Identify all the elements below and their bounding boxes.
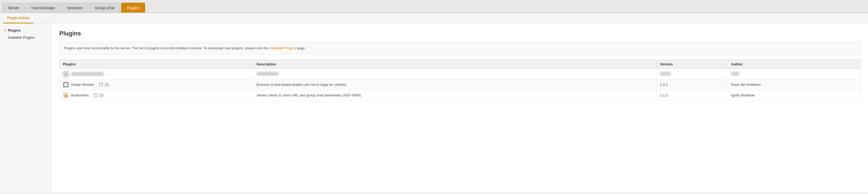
content-area: Plugins Plugins add new functionality to… — [52, 23, 868, 192]
col-header-description: Description — [253, 59, 656, 69]
plugin-actions — [98, 82, 110, 87]
main-layout: ► Plugins Available Plugins Plugins Plug… — [0, 23, 868, 192]
plugin-name: Bookmarks — [71, 93, 89, 97]
col-header-plugins: Plugins — [60, 59, 253, 69]
info-text: Plugins add new functionality to the ser… — [64, 46, 268, 50]
sidebar-item-plugins[interactable]: ► Plugins — [0, 27, 52, 34]
table-row: Bookmarks — [60, 90, 860, 101]
edit-icon[interactable] — [98, 82, 103, 87]
plugin-description — [253, 69, 656, 79]
tab-users-groups[interactable]: Users/Groups — [26, 3, 60, 12]
resize-icon — [63, 82, 69, 88]
plugin-author — [728, 69, 860, 79]
plugin-description: Allows clients to store URL and group ch… — [253, 90, 656, 101]
plugin-name-cell: Avatar Resizer — [60, 79, 253, 90]
sidebar: ► Plugins Available Plugins — [0, 23, 52, 192]
tab-plugins[interactable]: Plugins — [121, 3, 145, 12]
plugin-description: Ensures vCard-based avatars are not to l… — [253, 79, 656, 90]
edit-icon[interactable] — [93, 93, 98, 98]
table-row — [60, 69, 860, 79]
tab-sessions[interactable]: Sessions — [62, 3, 89, 12]
arrow-icon: ► — [4, 29, 6, 32]
sidebar-item-available-plugins[interactable]: Available Plugins — [0, 34, 52, 41]
delete-icon[interactable] — [99, 93, 104, 98]
available-plugins-link[interactable]: Available Plugins — [269, 46, 296, 50]
col-header-author: Author — [728, 59, 860, 69]
table-row: Avatar Resizer — [60, 79, 860, 90]
svg-point-8 — [65, 94, 67, 96]
page-title: Plugins — [59, 30, 860, 37]
plugin-author: Guus der Kinderen — [728, 79, 860, 90]
plugin-version — [656, 69, 727, 79]
svg-rect-9 — [94, 94, 97, 97]
tab-plugin-admin[interactable]: Plugin Admin — [3, 13, 33, 23]
svg-rect-1 — [99, 83, 103, 86]
tab-group-chat[interactable]: Group Chat — [89, 3, 120, 12]
plugins-table: Plugins Description Version Author — [59, 59, 860, 101]
plugin-author: Ignite Realtime — [728, 90, 860, 101]
delete-icon[interactable] — [104, 82, 110, 87]
plugin-name-cell: Bookmarks — [60, 90, 253, 101]
plugin-name-cell — [60, 69, 253, 79]
plugin-name: Avatar Resizer — [71, 83, 94, 87]
plugin-version: 1.0.1 — [656, 79, 727, 90]
bookmark-icon — [63, 92, 69, 99]
plugin-version: 1.1.1 — [656, 90, 727, 101]
info-text-end: page. — [297, 46, 306, 50]
sidebar-plugins-label: Plugins — [8, 28, 21, 32]
col-header-version: Version — [656, 59, 727, 69]
top-navigation: Server Users/Groups Sessions Group Chat … — [0, 0, 868, 13]
tab-server[interactable]: Server — [2, 3, 25, 12]
plugin-actions — [93, 93, 104, 98]
info-box: Plugins add new functionality to the ser… — [59, 42, 860, 55]
sub-navigation: Plugin Admin — [0, 13, 868, 23]
